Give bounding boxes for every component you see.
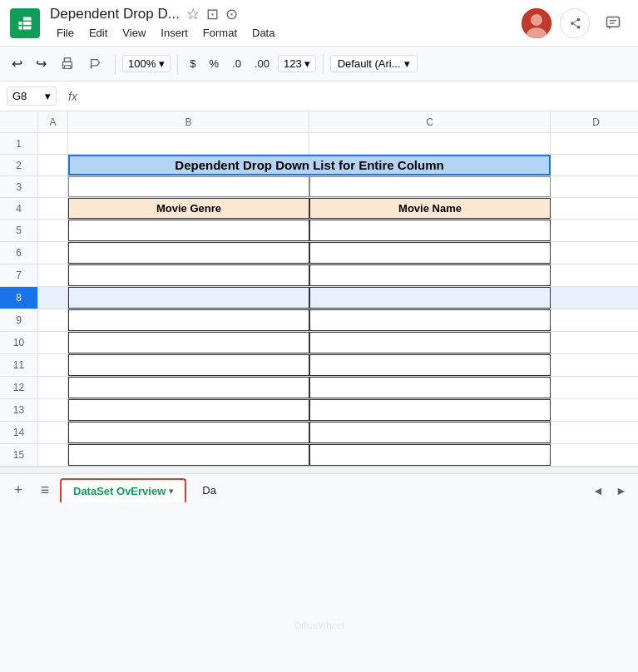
cell-d12[interactable] <box>551 377 638 398</box>
cell-b1[interactable] <box>68 133 309 154</box>
drive-icon[interactable]: ⊡ <box>206 5 219 23</box>
cell-d9[interactable] <box>551 309 638 331</box>
active-sheet-tab[interactable]: DataSet OvErview ▾ <box>60 478 186 502</box>
menu-item-edit[interactable]: Edit <box>82 25 114 41</box>
col-header-d[interactable]: D <box>551 111 638 132</box>
cell-b13[interactable] <box>68 399 309 421</box>
cell-b12[interactable] <box>68 377 309 398</box>
cell-c3[interactable] <box>309 176 551 197</box>
cell-a11[interactable] <box>38 354 68 376</box>
menu-item-view[interactable]: View <box>116 25 152 41</box>
cell-a14[interactable] <box>38 422 68 443</box>
cell-b15[interactable] <box>68 444 309 466</box>
col-header-c[interactable]: C <box>309 111 551 132</box>
inactive-sheet-tab[interactable]: Da <box>190 478 229 502</box>
cell-a1[interactable] <box>38 133 68 154</box>
col-c-header-label: Movie Name <box>398 202 462 215</box>
cell-a3[interactable] <box>38 176 68 197</box>
print-button[interactable] <box>55 53 80 75</box>
cloud-icon[interactable]: ⊙ <box>225 5 238 23</box>
cell-b14[interactable] <box>68 422 309 443</box>
title-text[interactable]: Dependent Drop D... <box>50 6 180 22</box>
share-button[interactable] <box>560 8 590 38</box>
cell-a5[interactable] <box>38 220 68 241</box>
cell-c9[interactable] <box>309 309 551 331</box>
cell-c1[interactable] <box>309 133 551 154</box>
decimal-less-button[interactable]: .0 <box>227 55 246 72</box>
cell-d13[interactable] <box>551 399 638 421</box>
cell-a15[interactable] <box>38 444 68 466</box>
number-format-control[interactable]: 123 ▾ <box>278 55 316 72</box>
tab-next-button[interactable]: ► <box>611 481 631 501</box>
cell-b10[interactable] <box>68 332 309 353</box>
cell-d10[interactable] <box>551 332 638 353</box>
cell-d14[interactable] <box>551 422 638 443</box>
cell-d1[interactable] <box>551 133 638 154</box>
undo-button[interactable]: ↩ <box>7 52 27 75</box>
cell-c11[interactable] <box>309 354 551 376</box>
row-num: 2 <box>0 155 38 175</box>
cell-b3[interactable] <box>68 176 309 197</box>
percent-button[interactable]: % <box>204 55 224 72</box>
cell-c12[interactable] <box>309 377 551 398</box>
decimal-more-button[interactable]: .00 <box>250 55 274 72</box>
cell-b6[interactable] <box>68 242 309 264</box>
avatar[interactable] <box>522 8 551 38</box>
cell-a10[interactable] <box>38 332 68 353</box>
cell-a2[interactable] <box>38 155 68 175</box>
dollar-button[interactable]: $ <box>185 55 200 72</box>
cell-b11[interactable] <box>68 354 309 376</box>
cell-d3[interactable] <box>551 176 638 197</box>
add-sheet-button[interactable]: + <box>7 479 30 502</box>
sheet-list-button[interactable]: ≡ <box>33 479 57 502</box>
cell-c4-header[interactable]: Movie Name <box>309 198 551 219</box>
cell-d6[interactable] <box>551 242 638 264</box>
horizontal-scrollbar[interactable] <box>0 467 638 473</box>
cell-a12[interactable] <box>38 377 68 398</box>
cell-a8[interactable] <box>38 287 68 309</box>
cell-a6[interactable] <box>38 242 68 264</box>
cell-c6[interactable] <box>309 242 551 264</box>
tab-prev-button[interactable]: ◄ <box>588 481 608 501</box>
cell-reference[interactable]: G8 ▾ <box>7 86 57 106</box>
cell-b7[interactable] <box>68 264 309 286</box>
toolbar-separator-1 <box>115 54 116 74</box>
col-header-b[interactable]: B <box>68 111 309 132</box>
cell-a13[interactable] <box>38 399 68 421</box>
cell-c7[interactable] <box>309 264 551 286</box>
cell-a4[interactable] <box>38 198 68 219</box>
cell-b2-title[interactable]: Dependent Drop Down List for Entire Colu… <box>68 155 551 175</box>
zoom-control[interactable]: 100% ▾ <box>122 55 171 72</box>
col-b-header-label: Movie Genre <box>156 202 221 215</box>
cell-c13[interactable] <box>309 399 551 421</box>
menu-item-data[interactable]: Data <box>245 25 281 41</box>
cell-c14[interactable] <box>309 422 551 443</box>
cell-d11[interactable] <box>551 354 638 376</box>
cell-a7[interactable] <box>38 264 68 286</box>
cell-c5[interactable] <box>309 220 551 241</box>
menu-item-insert[interactable]: Insert <box>154 25 195 41</box>
cell-b4-header[interactable]: Movie Genre <box>68 198 309 219</box>
cell-c10[interactable] <box>309 332 551 353</box>
cell-d7[interactable] <box>551 264 638 286</box>
cell-d4[interactable] <box>551 198 638 219</box>
cell-b5[interactable] <box>68 220 309 241</box>
star-icon[interactable]: ☆ <box>186 5 200 23</box>
cell-d8[interactable] <box>551 287 638 309</box>
paint-format-button[interactable] <box>83 53 108 75</box>
font-selector[interactable]: Default (Ari... ▾ <box>330 55 418 72</box>
cell-d5[interactable] <box>551 220 638 241</box>
cell-d15[interactable] <box>551 444 638 466</box>
menu-item-format[interactable]: Format <box>196 25 244 41</box>
redo-button[interactable]: ↪ <box>31 52 52 75</box>
comment-button[interactable] <box>598 8 628 38</box>
col-header-a[interactable]: A <box>38 111 68 132</box>
cell-b9[interactable] <box>68 309 309 331</box>
menu-item-file[interactable]: File <box>50 25 81 41</box>
svg-point-7 <box>531 14 542 26</box>
cell-c8[interactable] <box>309 287 551 309</box>
cell-b8[interactable] <box>68 287 309 309</box>
formula-input[interactable] <box>89 90 631 102</box>
cell-c15[interactable] <box>309 444 551 466</box>
cell-a9[interactable] <box>38 309 68 331</box>
